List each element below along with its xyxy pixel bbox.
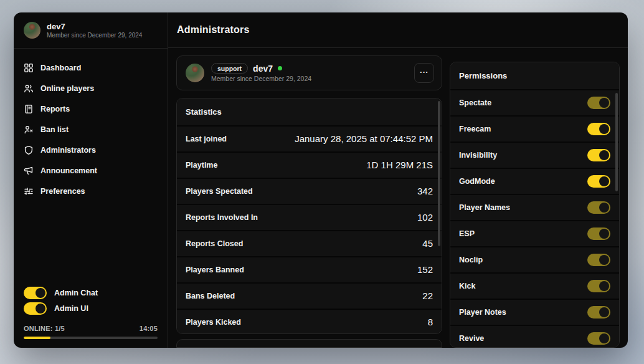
sidebar-item-ban-list[interactable]: Ban list [14, 119, 168, 140]
spectate-toggle[interactable] [587, 97, 610, 109]
stat-value: 342 [417, 186, 433, 196]
permissions-panel: Permissions Spectate Freecam Invisibilit… [450, 62, 620, 348]
sidebar-item-administrators[interactable]: Administrators [14, 140, 168, 160]
perm-row-player-notes: Player Notes [450, 300, 619, 326]
perm-label: Freecam [459, 125, 491, 133]
freecam-toggle[interactable] [587, 123, 610, 135]
user-name: dev7 [47, 22, 142, 31]
sidebar-item-online-players[interactable]: Online players [14, 78, 168, 98]
stat-value: 8 [428, 317, 433, 327]
stat-row-players-spectated: Players Spectated 342 [177, 179, 442, 205]
perm-label: Invisibility [459, 151, 497, 160]
perm-row-noclip: Noclip [450, 247, 619, 274]
godmode-toggle[interactable] [587, 175, 610, 188]
sidebar-item-label: Online players [40, 84, 94, 93]
statistics-header: Statistics [177, 98, 442, 127]
perm-row-player-names: Player Names [450, 195, 619, 221]
statistics-title: Statistics [186, 107, 222, 117]
perm-label: Kick [459, 282, 475, 290]
sidebar-item-preferences[interactable]: Preferences [14, 181, 168, 201]
shield-icon [24, 145, 34, 155]
stat-row-reports-involved: Reports Involved In 102 [177, 205, 442, 231]
sidebar-item-label: Announcement [40, 166, 97, 175]
perm-row-spectate: Spectate [450, 90, 619, 117]
role-badge: support [211, 63, 248, 74]
toggle-knob [36, 304, 45, 314]
stat-label: Playtime [186, 161, 217, 170]
stat-row-playtime: Playtime 1D 1H 29M 21S [177, 153, 442, 179]
esp-toggle[interactable] [587, 228, 610, 240]
sidebar-footer: ONLINE: 1/5 14:05 [14, 320, 168, 348]
perm-label: Noclip [459, 256, 483, 264]
stat-label: Players Banned [186, 266, 244, 274]
perm-row-kick: Kick [450, 274, 619, 300]
toggle-knob [599, 203, 609, 213]
toggle-knob [599, 229, 609, 239]
permissions-scrollbar[interactable] [615, 93, 618, 191]
next-panel-partial [176, 339, 442, 348]
online-progress-bar [24, 337, 158, 339]
toggle-knob [599, 333, 609, 343]
admin-ui-toggle[interactable] [24, 302, 47, 315]
stat-value: 152 [417, 264, 433, 275]
left-column: support dev7 Member since December 29, 2… [176, 55, 442, 348]
invisibility-toggle[interactable] [587, 149, 610, 161]
admin-panel-window: dev7 Member since December 29, 2024 Dash… [14, 12, 628, 348]
perm-label: ESP [459, 229, 475, 238]
stat-row-players-kicked: Players Kicked 8 [177, 310, 442, 335]
toggle-knob [599, 98, 609, 108]
sidebar-item-label: Administrators [40, 146, 96, 155]
sidebar-item-dashboard[interactable]: Dashboard [14, 57, 168, 78]
perm-label: GodMode [459, 177, 495, 186]
online-count: ONLINE: 1/5 [24, 325, 65, 332]
sidebar-item-label: Preferences [40, 187, 85, 196]
sidebar: dev7 Member since December 29, 2024 Dash… [14, 12, 168, 348]
stat-label: Bans Deleted [186, 292, 235, 300]
statistics-scrollbar[interactable] [438, 101, 440, 246]
dashboard-icon [24, 63, 34, 73]
toggle-knob [599, 255, 609, 265]
stat-label: Players Kicked [186, 318, 241, 327]
player-names-toggle[interactable] [587, 201, 610, 214]
revive-toggle[interactable] [587, 332, 610, 345]
stat-value: 22 [422, 290, 433, 301]
user-member-since: Member since December 29, 2024 [47, 31, 142, 39]
toggle-knob [599, 176, 609, 186]
toggle-knob [599, 150, 609, 160]
stat-value: 1D 1H 29M 21S [366, 160, 433, 170]
online-status-dot [278, 66, 282, 70]
desktop-background: { "colors": { "accent_yellow": "#fad11b"… [0, 0, 644, 364]
player-notes-toggle[interactable] [587, 306, 610, 318]
page-header: Administrators [168, 12, 628, 48]
sidebar-item-reports[interactable]: Reports [14, 98, 168, 119]
sidebar-item-announcement[interactable]: Announcement [14, 160, 168, 181]
sidebar-item-label: Reports [40, 105, 70, 113]
users-icon [24, 84, 34, 93]
notebook-icon [24, 104, 34, 114]
online-progress-fill [24, 337, 50, 339]
perm-row-revive: Revive [450, 326, 619, 348]
megaphone-icon [24, 166, 34, 176]
sidebar-item-label: Ban list [40, 125, 69, 134]
perm-row-freecam: Freecam [450, 117, 619, 143]
perm-label: Player Notes [459, 308, 506, 317]
profile-avatar [186, 64, 204, 82]
stat-label: Reports Closed [186, 239, 243, 248]
perm-row-invisibility: Invisibility [450, 143, 619, 169]
content: support dev7 Member since December 29, 2… [168, 48, 628, 348]
admin-profile-card: support dev7 Member since December 29, 2… [176, 55, 442, 90]
noclip-toggle[interactable] [587, 254, 610, 266]
stat-label: Players Spectated [186, 187, 253, 196]
admin-chat-toggle[interactable] [24, 287, 47, 299]
profile-menu-button[interactable]: ... [414, 63, 434, 83]
user-avatar [24, 22, 40, 39]
admin-ui-row: Admin UI [24, 300, 158, 316]
perm-row-esp: ESP [450, 221, 619, 247]
kick-toggle[interactable] [587, 280, 610, 292]
sidebar-item-label: Dashboard [40, 64, 81, 72]
permissions-title: Permissions [459, 71, 507, 80]
statistics-panel: Statistics Last joined January 28, 2025 … [176, 98, 442, 335]
perm-label: Spectate [459, 98, 491, 107]
page-title: Administrators [177, 24, 250, 36]
right-column: Permissions Spectate Freecam Invisibilit… [450, 55, 620, 348]
